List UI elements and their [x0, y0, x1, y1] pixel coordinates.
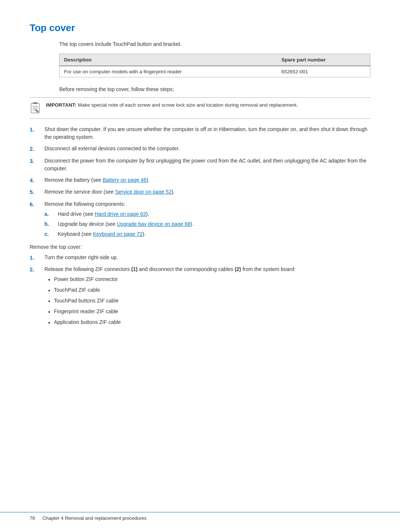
- remove-cover-text: Remove the top cover:: [30, 244, 370, 250]
- bold-text: (1): [131, 266, 137, 272]
- page-content: Top cover The top covers include TouchPa…: [0, 0, 400, 362]
- step-content: Release the following ZIF connectors (1)…: [44, 265, 370, 329]
- step-number: 1.: [30, 254, 44, 262]
- section-title: Top cover: [30, 22, 370, 34]
- list-item: 2.Release the following ZIF connectors (…: [30, 265, 370, 329]
- step-content: Remove the battery (see Battery on page …: [44, 176, 370, 184]
- table-header-part-number: Spare part number: [277, 54, 370, 66]
- footer-chapter-text: Chapter 4 Removal and replacement proced…: [42, 515, 146, 521]
- step-content: Remove the following components:a.Hard d…: [44, 200, 370, 240]
- step-number: 2.: [30, 265, 44, 274]
- step-content: Turn the computer right-side up.: [44, 254, 370, 261]
- bullet-list-item: TouchPad buttons ZIF cable: [44, 297, 370, 306]
- alpha-label: a.: [44, 210, 58, 218]
- bullet-list-item: TouchPad ZIF cable: [44, 286, 370, 295]
- alpha-list: a.Hard drive (see Hard drive on page 63)…: [44, 210, 370, 238]
- svg-rect-1: [33, 102, 37, 104]
- step-link[interactable]: Battery on page 46: [103, 177, 146, 183]
- sub-item-link[interactable]: Upgrade bay device on page 68: [117, 221, 190, 227]
- bold-text: (2): [235, 266, 241, 272]
- step-number: 2.: [30, 145, 44, 153]
- alpha-list-item: a.Hard drive (see Hard drive on page 63)…: [44, 210, 370, 218]
- remove-steps-list: 1.Turn the computer right-side up.2.Rele…: [30, 254, 370, 329]
- alpha-label: c.: [44, 230, 58, 238]
- intro-text: The top covers include TouchPad button a…: [59, 41, 370, 47]
- step-content: Remove the service door (see Service doo…: [44, 188, 370, 196]
- important-text-content: IMPORTANT: Make special note of each scr…: [46, 101, 298, 109]
- list-item: 1.Turn the computer right-side up.: [30, 254, 370, 262]
- list-item: 1.Shut down the computer. If you are uns…: [30, 126, 370, 141]
- parts-table: Description Spare part number For use on…: [59, 54, 370, 77]
- step-content: Disconnect all external devices connecte…: [44, 145, 370, 153]
- bullet-list-item: Power button ZIF connector: [44, 275, 370, 284]
- alpha-item-content: Hard drive (see Hard drive on page 63).: [58, 210, 149, 218]
- step-number: 6.: [30, 200, 44, 209]
- important-icon: [30, 102, 43, 115]
- list-item: 2.Disconnect all external devices connec…: [30, 145, 370, 153]
- table-row: For use on computer models with a finger…: [60, 66, 370, 77]
- important-box: IMPORTANT: Make special note of each scr…: [30, 97, 370, 119]
- list-item: 4.Remove the battery (see Battery on pag…: [30, 176, 370, 185]
- list-item: 5.Remove the service door (see Service d…: [30, 188, 370, 197]
- svg-rect-5: [35, 109, 39, 113]
- step-number: 5.: [30, 188, 44, 197]
- alpha-label: b.: [44, 220, 58, 228]
- step-number: 3.: [30, 157, 44, 165]
- table-cell-description: For use on computer models with a finger…: [60, 66, 277, 77]
- alpha-item-content: Keyboard (see Keyboard on page 72).: [58, 230, 146, 238]
- step-content: Disconnect the power from the computer b…: [44, 157, 370, 173]
- list-item: 3.Disconnect the power from the computer…: [30, 157, 370, 173]
- sub-item-link[interactable]: Keyboard on page 72: [93, 231, 143, 237]
- sub-item-link[interactable]: Hard drive on page 63: [95, 211, 146, 217]
- step-number: 4.: [30, 176, 44, 185]
- step-link[interactable]: Service door on page 52: [115, 189, 172, 195]
- page-footer: 76 Chapter 4 Removal and replacement pro…: [0, 512, 400, 521]
- alpha-item-content: Upgrade bay device (see Upgrade bay devi…: [58, 220, 194, 228]
- important-body: Make special note of each screw and scre…: [78, 102, 298, 108]
- footer-page-number: 76: [30, 515, 35, 521]
- before-text: Before removing the top cover, follow th…: [59, 86, 370, 92]
- step-content: Shut down the computer. If you are unsur…: [44, 126, 370, 141]
- bullet-list-item: Application buttons ZIF cable: [44, 318, 370, 327]
- table-cell-part-number: 652652-001: [277, 66, 370, 77]
- alpha-list-item: b.Upgrade bay device (see Upgrade bay de…: [44, 220, 370, 228]
- alpha-list-item: c.Keyboard (see Keyboard on page 72).: [44, 230, 370, 238]
- bullet-list-item: Fingerprint reader ZIF cable: [44, 308, 370, 317]
- bullet-list: Power button ZIF connectorTouchPad ZIF c…: [44, 275, 370, 327]
- important-label: IMPORTANT:: [46, 102, 76, 108]
- list-item: 6.Remove the following components:a.Hard…: [30, 200, 370, 240]
- step-number: 1.: [30, 126, 44, 134]
- steps-list: 1.Shut down the computer. If you are uns…: [30, 126, 370, 240]
- table-header-description: Description: [60, 54, 277, 66]
